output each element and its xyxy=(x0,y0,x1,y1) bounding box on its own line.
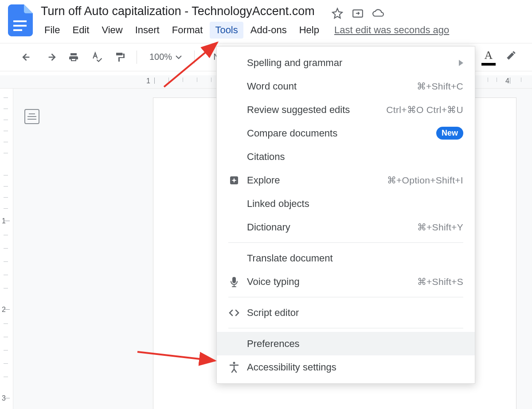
tools-script-editor[interactable]: Script editor xyxy=(217,301,475,324)
toolbar-separator xyxy=(137,51,137,64)
svg-rect-7 xyxy=(232,277,236,283)
ruler-mark-4: 4 xyxy=(505,77,509,85)
tools-dictionary[interactable]: Dictionary ⌘+Shift+Y xyxy=(217,215,475,239)
print-button[interactable] xyxy=(65,48,82,66)
app-header: Turn off Auto capitalization - Technolog… xyxy=(0,0,532,43)
explore-icon xyxy=(227,174,241,187)
menu-separator xyxy=(228,242,463,243)
tools-compare-documents[interactable]: Compare documents New xyxy=(217,121,475,145)
move-icon[interactable] xyxy=(352,8,364,19)
paint-format-button[interactable] xyxy=(111,48,129,66)
tools-preferences[interactable]: Preferences xyxy=(217,332,475,355)
text-color-button[interactable]: A xyxy=(480,49,497,66)
text-color-swatch xyxy=(481,63,496,66)
menu-help[interactable]: Help xyxy=(294,22,325,39)
star-icon[interactable] xyxy=(332,8,343,19)
new-badge: New xyxy=(436,127,463,140)
tools-word-count[interactable]: Word count ⌘+Shift+C xyxy=(217,74,475,98)
redo-button[interactable] xyxy=(42,48,59,66)
zoom-value: 100% xyxy=(149,52,172,62)
spellcheck-button[interactable] xyxy=(88,48,106,66)
svg-rect-0 xyxy=(13,20,27,22)
menu-edit[interactable]: Edit xyxy=(67,22,94,39)
menu-file[interactable]: File xyxy=(39,22,65,39)
tools-accessibility-settings[interactable]: Accessibility settings xyxy=(217,355,475,379)
code-icon xyxy=(227,306,241,319)
menu-format[interactable]: Format xyxy=(167,22,208,39)
svg-point-8 xyxy=(233,362,235,364)
document-title[interactable]: Turn off Auto capitalization - Technolog… xyxy=(39,3,317,19)
zoom-dropdown[interactable]: 100% xyxy=(143,52,188,62)
ruler-mark-1: 1 xyxy=(146,77,150,85)
toolbar-separator xyxy=(194,51,195,64)
docs-logo-icon[interactable] xyxy=(8,4,33,36)
menu-addons[interactable]: Add-ons xyxy=(245,22,292,39)
last-edit-link[interactable]: Last edit was seconds ago xyxy=(334,24,449,36)
cloud-status-icon[interactable] xyxy=(372,8,384,19)
svg-rect-2 xyxy=(13,29,22,31)
text-color-letter-icon: A xyxy=(480,49,497,62)
chevron-down-icon xyxy=(176,55,182,59)
tools-voice-typing[interactable]: Voice typing ⌘+Shift+S xyxy=(217,270,475,293)
menu-separator xyxy=(228,328,463,328)
svg-rect-1 xyxy=(13,25,27,27)
menubar: File Edit View Insert Format Tools Add-o… xyxy=(39,19,532,43)
vertical-ruler[interactable]: 1 2 3 xyxy=(0,89,13,409)
undo-button[interactable] xyxy=(19,48,36,66)
tools-linked-objects[interactable]: Linked objects xyxy=(217,192,475,215)
highlight-color-button[interactable] xyxy=(505,50,517,63)
tools-review-suggested[interactable]: Review suggested edits Ctrl+⌘O Ctrl+⌘U xyxy=(217,98,475,121)
accessibility-icon xyxy=(227,361,241,374)
document-outline-button[interactable] xyxy=(24,109,39,124)
submenu-arrow-icon xyxy=(459,60,463,66)
menu-tools[interactable]: Tools xyxy=(210,22,243,39)
tools-explore[interactable]: Explore ⌘+Option+Shift+I xyxy=(217,168,475,192)
tools-citations[interactable]: Citations xyxy=(217,145,475,168)
mic-icon xyxy=(227,275,241,288)
menu-separator xyxy=(228,297,463,297)
menu-view[interactable]: View xyxy=(96,22,128,39)
tools-translate-document[interactable]: Translate document xyxy=(217,246,475,270)
menu-insert[interactable]: Insert xyxy=(130,22,165,39)
tools-spelling-grammar[interactable]: Spelling and grammar xyxy=(217,51,475,74)
tools-dropdown-menu: Spelling and grammar Word count ⌘+Shift+… xyxy=(216,46,475,384)
